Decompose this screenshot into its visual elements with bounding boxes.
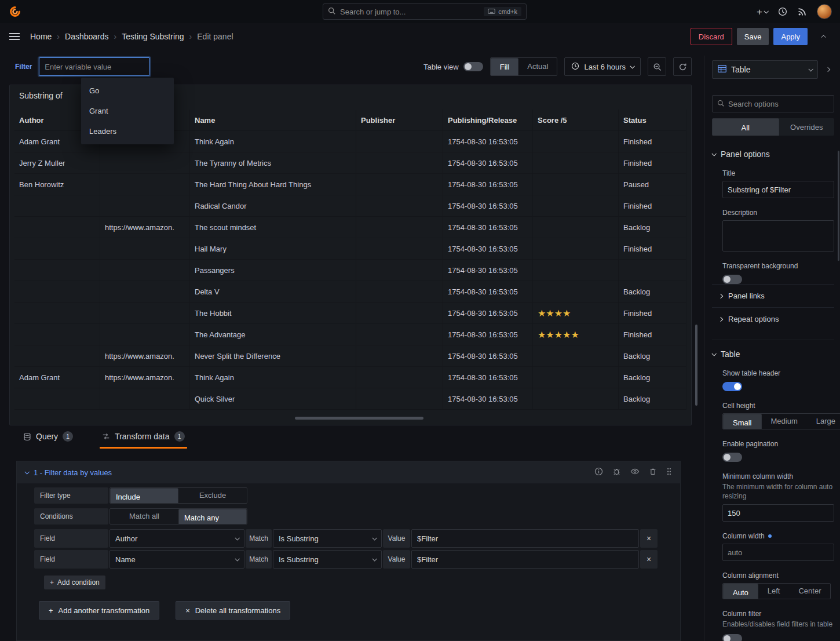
transparent-background-toggle[interactable] — [722, 275, 742, 284]
apply-button[interactable]: Apply — [773, 28, 808, 45]
min-column-width-input[interactable] — [722, 504, 834, 522]
table-cell: Think Again — [190, 367, 356, 388]
table-cell — [356, 174, 443, 195]
column-alignment-option-auto[interactable]: Auto — [723, 584, 758, 599]
cell-height-option-small[interactable]: Small — [723, 414, 762, 429]
fill-option[interactable]: Fill — [491, 58, 519, 76]
menu-icon[interactable] — [9, 33, 20, 40]
options-search-input[interactable] — [728, 100, 830, 108]
chevron-down-icon — [630, 64, 634, 68]
visualization-picker[interactable]: Table — [712, 60, 818, 79]
section-panel-options[interactable]: Panel options — [712, 150, 834, 159]
enable-pagination-toggle[interactable] — [722, 453, 742, 462]
add-transformation-button[interactable]: + Add another transformation — [39, 601, 159, 620]
vertical-scrollbar[interactable] — [695, 325, 697, 406]
zoom-out-button[interactable] — [648, 57, 666, 76]
column-width-input[interactable] — [722, 544, 834, 561]
column-alignment-option-left[interactable]: Left — [758, 584, 790, 599]
match-select[interactable]: Is Substring — [273, 550, 382, 569]
actual-option[interactable]: Actual — [518, 58, 557, 75]
filter-variable-input[interactable] — [39, 57, 150, 76]
rss-icon[interactable] — [798, 8, 806, 16]
value-label-box: Value — [383, 529, 410, 548]
new-button[interactable]: + — [757, 7, 768, 17]
horizontal-scrollbar[interactable] — [295, 417, 423, 420]
cell-height-option-large[interactable]: Large — [807, 414, 840, 429]
remove-condition-button[interactable]: × — [640, 550, 658, 569]
show-table-header-toggle[interactable] — [722, 382, 742, 391]
transform-tab[interactable]: Transform data 1 — [100, 429, 187, 447]
breadcrumb-dashboards[interactable]: Dashboards — [65, 32, 109, 41]
table-header-cell[interactable]: Publishing/Release — [443, 110, 533, 131]
exclude-option[interactable]: Exclude — [178, 488, 247, 503]
cell-height-option-medium[interactable]: Medium — [762, 414, 807, 429]
tab-all[interactable]: All — [712, 118, 779, 136]
table-cell: Never Split the Difference — [190, 345, 356, 367]
section-table-options[interactable]: Table — [712, 340, 834, 359]
panel-title-input[interactable] — [722, 181, 834, 198]
breadcrumb-dashboard-name[interactable]: Testing Substring — [122, 32, 184, 41]
query-tab[interactable]: Query 1 — [21, 429, 75, 447]
save-button[interactable]: Save — [737, 28, 769, 45]
table-header-cell[interactable]: Name — [190, 110, 356, 131]
table-header-cell[interactable]: Status — [619, 110, 686, 131]
match-any-option[interactable]: Match any — [178, 509, 247, 525]
dropdown-option[interactable]: Grant — [81, 101, 174, 121]
dropdown-option[interactable]: Go — [81, 81, 174, 101]
condition-value-input[interactable] — [411, 529, 639, 548]
table-cell — [14, 303, 100, 324]
info-icon[interactable] — [594, 467, 603, 478]
star-rating: ★★★★ — [538, 308, 571, 319]
table-cell: Radical Candor — [190, 195, 356, 217]
trash-icon[interactable] — [649, 467, 657, 478]
column-alignment-option-center[interactable]: Center — [789, 584, 830, 599]
breadcrumb-separator: › — [114, 32, 117, 41]
breadcrumb-home[interactable]: Home — [30, 32, 52, 41]
drag-handle-icon[interactable] — [666, 467, 672, 478]
column-filter-toggle[interactable] — [722, 634, 742, 641]
field-select[interactable]: Author — [109, 529, 244, 548]
table-cell: Backlog — [619, 281, 686, 303]
table-cell — [14, 217, 100, 238]
tab-overrides[interactable]: Overrides — [779, 118, 835, 136]
filter-type-segmented: Include Exclude — [109, 487, 247, 504]
table-cell: Delta V — [190, 281, 356, 303]
table-view-toggle[interactable] — [463, 62, 483, 71]
table-header-cell[interactable]: Score /5 — [533, 110, 619, 131]
avatar[interactable] — [817, 4, 832, 19]
remove-condition-button[interactable]: × — [640, 529, 658, 548]
close-icon: × — [185, 606, 190, 615]
grafana-logo-icon[interactable] — [8, 5, 22, 19]
include-option[interactable]: Include — [110, 488, 178, 504]
match-select[interactable]: Is Substring — [273, 529, 382, 548]
transform-tab-label: Transform data — [115, 432, 169, 441]
refresh-button[interactable] — [673, 57, 692, 76]
help-icon[interactable] — [778, 7, 787, 16]
table-cell — [14, 388, 100, 410]
delete-all-transformations-button[interactable]: × Delete all transformations — [176, 601, 290, 620]
table-header-cell[interactable]: Publisher — [356, 110, 443, 131]
global-search-input[interactable]: Search or jump to... cmd+k — [323, 3, 527, 20]
collapse-up-icon[interactable] — [818, 35, 831, 38]
condition-value-input[interactable] — [411, 550, 639, 569]
add-condition-button[interactable]: + Add condition — [44, 576, 105, 589]
section-repeat-options[interactable]: Repeat options — [712, 307, 834, 330]
dropdown-option[interactable]: Leaders — [81, 121, 174, 141]
transformation-title[interactable]: 1 - Filter data by values — [34, 468, 112, 477]
table-cell — [356, 345, 443, 367]
collapse-options-pane-icon[interactable] — [821, 68, 834, 71]
debug-icon[interactable] — [612, 467, 621, 478]
eye-icon[interactable] — [630, 467, 640, 478]
panel-description-input[interactable] — [722, 220, 834, 252]
section-panel-links[interactable]: Panel links — [712, 284, 834, 307]
field-select[interactable]: Name — [109, 550, 244, 569]
table-cell — [14, 195, 100, 217]
match-all-option[interactable]: Match all — [110, 509, 178, 524]
table-cell — [356, 260, 443, 281]
collapse-transformation-icon[interactable] — [24, 469, 29, 474]
fill-actual-segmented: Fill Actual — [490, 57, 558, 76]
sidebar-scrollbar[interactable] — [838, 151, 839, 261]
keyboard-icon — [488, 8, 495, 15]
discard-button[interactable]: Discard — [691, 28, 732, 45]
time-range-picker[interactable]: Last 6 hours — [564, 57, 641, 76]
